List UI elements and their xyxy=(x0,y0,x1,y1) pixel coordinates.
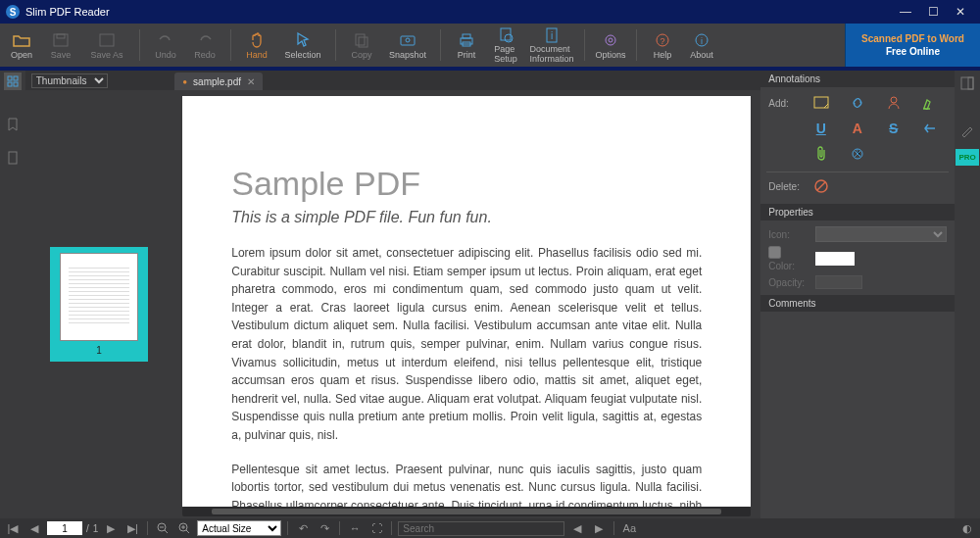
search-prev-button[interactable]: ◀ xyxy=(568,520,586,536)
strikeout-tool[interactable]: S xyxy=(876,119,910,138)
window-close[interactable]: ✕ xyxy=(947,5,974,19)
svg-rect-3 xyxy=(356,34,365,45)
zoom-in-button[interactable] xyxy=(175,520,193,536)
zoom-select[interactable]: Actual Size xyxy=(197,520,281,536)
thumbnails-header: Thumbnails xyxy=(25,71,173,90)
doc-info-button[interactable]: iDocument Information xyxy=(525,24,578,67)
promo-banner[interactable]: Scanned PDF to Word Free Online xyxy=(845,24,980,67)
note-tool[interactable] xyxy=(804,93,838,113)
sidebar-mode-select[interactable]: Thumbnails xyxy=(31,73,108,88)
svg-point-15 xyxy=(609,38,612,42)
prop-color-checkbox[interactable] xyxy=(768,246,781,259)
print-button[interactable]: Print xyxy=(447,24,486,67)
hand-tool-button[interactable]: Hand xyxy=(237,24,276,67)
first-page-button[interactable]: |◀ xyxy=(4,520,22,536)
selection-tool-button[interactable]: Selection xyxy=(276,24,329,67)
next-page-button[interactable]: ▶ xyxy=(102,520,120,536)
delete-label: Delete: xyxy=(768,181,800,192)
save-icon xyxy=(53,30,69,50)
about-icon: i xyxy=(694,30,710,50)
promo-line1: Scanned PDF to Word xyxy=(861,33,964,44)
help-button[interactable]: ?Help xyxy=(643,24,682,67)
undo-button[interactable]: Undo xyxy=(146,24,185,67)
right-panel: Annotations Add: U A S Delete: Propertie… xyxy=(760,71,955,518)
snapshot-button[interactable]: Snapshot xyxy=(381,24,434,67)
app-title: Slim PDF Reader xyxy=(25,6,892,18)
annotations-panel-toggle[interactable] xyxy=(956,73,978,94)
link-tool[interactable] xyxy=(840,93,874,113)
thumbnail-page-number: 1 xyxy=(56,345,142,356)
contrast-button[interactable]: ◐ xyxy=(958,520,976,536)
arrow-tool[interactable] xyxy=(912,119,947,138)
fit-width-button[interactable]: ↔ xyxy=(346,520,364,536)
doc-paragraph-1: Lorem ipsum dolor sit amet, consectetuer… xyxy=(231,244,702,445)
highlighter-tool[interactable] xyxy=(912,93,947,113)
case-toggle[interactable]: Aa xyxy=(620,520,638,536)
rotate-cw-button[interactable]: ↷ xyxy=(316,520,333,536)
redo-button[interactable]: Redo xyxy=(185,24,224,67)
tab-modified-icon: ● xyxy=(182,77,187,86)
copy-button[interactable]: Copy xyxy=(342,24,381,67)
window-minimize[interactable]: — xyxy=(892,5,919,19)
svg-text:?: ? xyxy=(660,36,664,46)
delete-annotation-button[interactable] xyxy=(813,176,829,196)
no-entry-icon xyxy=(813,178,829,194)
pdf-page: Sample PDF This is a simple PDF file. Fu… xyxy=(182,96,751,507)
tab-close-button[interactable]: ✕ xyxy=(247,76,255,87)
paperclip-icon xyxy=(814,146,828,162)
right-tool-strip: PRO xyxy=(955,71,980,518)
link-icon xyxy=(850,96,865,110)
signature-tool[interactable] xyxy=(876,93,910,113)
prev-page-button[interactable]: ◀ xyxy=(25,520,43,536)
page-viewport[interactable]: Sample PDF This is a simple PDF file. Fu… xyxy=(172,90,760,507)
window-maximize[interactable]: ☐ xyxy=(919,5,947,19)
page-thumbnail-1[interactable]: 1 xyxy=(50,247,148,362)
about-button[interactable]: iAbout xyxy=(682,24,721,67)
doc-heading: Sample PDF xyxy=(231,165,702,203)
grid-icon xyxy=(7,75,19,87)
document-tabs: ● sample.pdf ✕ xyxy=(172,71,760,90)
save-as-icon xyxy=(99,30,115,50)
svg-rect-24 xyxy=(9,152,17,164)
prop-color-swatch[interactable] xyxy=(815,252,855,266)
save-as-button[interactable]: Save As xyxy=(80,24,133,67)
fit-page-button[interactable]: ⛶ xyxy=(368,520,385,536)
thumbnail-image xyxy=(60,253,138,341)
options-button[interactable]: Options xyxy=(591,24,630,67)
svg-text:i: i xyxy=(551,30,553,41)
document-area: ● sample.pdf ✕ Sample PDF This is a simp… xyxy=(172,71,760,518)
save-button[interactable]: Save xyxy=(41,24,80,67)
zoom-out-button[interactable] xyxy=(154,520,172,536)
zoom-in-icon xyxy=(177,521,191,535)
page-setup-button[interactable]: Page Setup xyxy=(486,24,525,67)
app-icon: S xyxy=(6,5,20,19)
last-page-button[interactable]: ▶| xyxy=(123,520,141,536)
search-input[interactable] xyxy=(398,521,564,536)
annotations-header: Annotations xyxy=(760,71,955,87)
rotate-ccw-button[interactable]: ↶ xyxy=(294,520,312,536)
comments-header: Comments xyxy=(760,295,955,312)
text-tool[interactable]: A xyxy=(840,119,874,138)
prop-opacity-input[interactable] xyxy=(815,275,862,289)
tab-label: sample.pdf xyxy=(193,76,241,87)
thumbnails-panel: Thumbnails 1 xyxy=(25,71,173,518)
horizontal-scrollbar[interactable] xyxy=(182,507,751,516)
bookmarks-panel-toggle[interactable] xyxy=(4,116,22,133)
thumbnails-panel-toggle[interactable] xyxy=(4,73,22,90)
attach-tool[interactable] xyxy=(804,144,838,164)
search-next-button[interactable]: ▶ xyxy=(590,520,608,536)
prop-opacity-label: Opacity: xyxy=(768,277,809,288)
prop-icon-select[interactable] xyxy=(815,226,947,242)
stamp-tool[interactable] xyxy=(840,144,874,164)
open-button[interactable]: Open xyxy=(2,24,41,67)
cursor-icon xyxy=(295,30,311,50)
pencil-icon xyxy=(960,123,974,137)
page-number-input[interactable] xyxy=(47,521,82,535)
attachments-panel-toggle[interactable] xyxy=(4,149,22,167)
underline-tool[interactable]: U xyxy=(804,119,838,138)
svg-rect-21 xyxy=(14,76,18,80)
ribbon-toolbar: Open Save Save As Undo Redo Hand Selecti… xyxy=(0,24,980,71)
pen-panel-toggle[interactable] xyxy=(956,120,978,141)
pro-badge[interactable]: PRO xyxy=(956,149,979,166)
tab-sample-pdf[interactable]: ● sample.pdf ✕ xyxy=(174,73,263,90)
